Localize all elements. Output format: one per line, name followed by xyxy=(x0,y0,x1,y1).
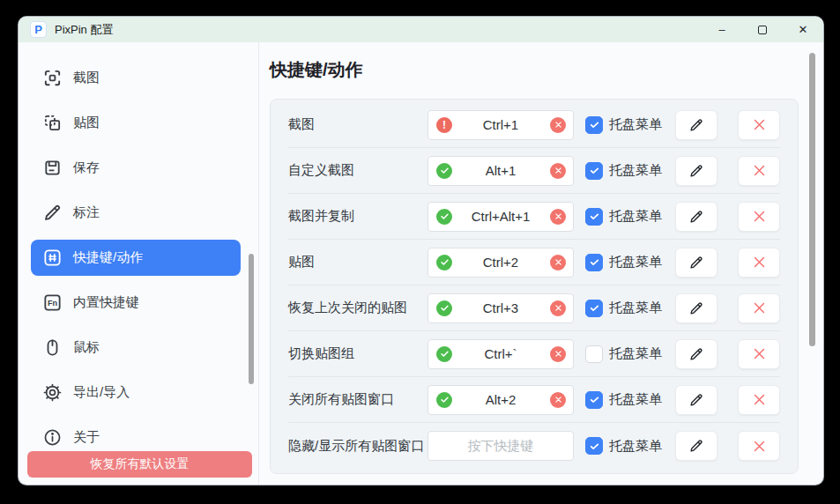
pixpin-logo: P xyxy=(30,21,47,38)
delete-hotkey-button[interactable] xyxy=(738,248,780,278)
sidebar: 截图 贴图 保存 标注 快捷键/动作 Fn 内置快捷键 鼠标 导出/导入 关于 … xyxy=(19,42,259,485)
hotkey-row: 贴图 Ctrl+2 托盘菜单 xyxy=(288,240,780,285)
tray-menu-checkbox[interactable] xyxy=(585,391,603,409)
hotkey-input[interactable]: Ctrl+2 xyxy=(427,248,574,278)
delete-hotkey-button[interactable] xyxy=(738,110,780,140)
delete-x-icon xyxy=(752,117,767,132)
action-label: 截图并复制 xyxy=(288,208,427,225)
hotkey-row: 自定义截图 Alt+1 托盘菜单 xyxy=(288,148,780,194)
sidebar-item-annotate[interactable]: 标注 xyxy=(31,195,241,231)
pencil-icon xyxy=(688,255,704,271)
edit-hotkey-button[interactable] xyxy=(675,385,717,415)
hotkey-input[interactable]: Alt+1 xyxy=(427,156,574,186)
delete-hotkey-button[interactable] xyxy=(738,293,780,323)
pencil-icon xyxy=(688,300,704,316)
tray-menu-option: 托盘菜单 xyxy=(585,345,666,363)
tray-menu-label: 托盘菜单 xyxy=(609,162,662,179)
hotkeys-panel: 截图 ! Ctrl+1 托盘菜单 自定义截图 Al xyxy=(270,99,799,474)
mouse-icon xyxy=(42,337,63,358)
tray-menu-checkbox[interactable] xyxy=(585,437,603,455)
sidebar-item-pin-image[interactable]: 贴图 xyxy=(31,105,241,141)
hotkey-value: Ctrl+3 xyxy=(483,300,518,315)
clear-hotkey-icon[interactable] xyxy=(550,346,566,362)
tray-menu-label: 托盘菜单 xyxy=(609,345,662,362)
delete-x-icon xyxy=(752,255,767,270)
action-label: 关闭所有贴图窗口 xyxy=(288,391,427,408)
hotkey-status-icon xyxy=(436,392,452,408)
gear-icon xyxy=(42,382,63,403)
hotkey-input[interactable]: Ctrl+Alt+1 xyxy=(427,202,574,232)
tray-menu-label: 托盘菜单 xyxy=(609,116,662,133)
delete-hotkey-button[interactable] xyxy=(738,339,780,369)
main-area: 快捷键/动作 截图 ! Ctrl+1 托盘菜单 自定义截图 xyxy=(259,42,823,485)
hotkey-status-icon xyxy=(436,255,452,271)
main-scrollbar-thumb[interactable] xyxy=(809,53,815,346)
pencil-icon xyxy=(688,438,704,454)
sidebar-item-about[interactable]: 关于 xyxy=(31,419,241,456)
sidebar-item-save[interactable]: 保存 xyxy=(31,150,241,186)
hotkey-value: Ctrl+1 xyxy=(483,117,518,132)
edit-hotkey-button[interactable] xyxy=(675,110,717,140)
pencil-icon xyxy=(688,392,704,408)
window-content: 截图 贴图 保存 标注 快捷键/动作 Fn 内置快捷键 鼠标 导出/导入 关于 … xyxy=(19,42,823,485)
pencil-icon xyxy=(688,117,704,133)
sidebar-item-hotkeys-actions[interactable]: 快捷键/动作 xyxy=(31,240,241,276)
tray-menu-checkbox[interactable] xyxy=(585,300,603,317)
tray-menu-label: 托盘菜单 xyxy=(609,208,662,225)
tray-menu-option: 托盘菜单 xyxy=(585,116,666,134)
minimize-button[interactable]: – xyxy=(702,17,742,42)
delete-x-icon xyxy=(752,209,767,224)
maximize-button[interactable] xyxy=(742,17,783,42)
hotkey-input[interactable]: Ctrl+3 xyxy=(427,293,574,323)
hotkey-input[interactable]: ! Ctrl+1 xyxy=(427,110,574,140)
tray-menu-checkbox[interactable] xyxy=(585,254,603,271)
action-label: 切换贴图组 xyxy=(288,345,427,362)
edit-hotkey-button[interactable] xyxy=(675,293,717,323)
tray-menu-option: 托盘菜单 xyxy=(585,162,666,180)
tray-menu-checkbox[interactable] xyxy=(585,345,603,363)
sidebar-item-screenshot[interactable]: 截图 xyxy=(31,60,241,96)
tray-menu-checkbox[interactable] xyxy=(585,208,603,226)
edit-hotkey-button[interactable] xyxy=(675,431,717,461)
pencil-icon xyxy=(688,346,704,362)
sidebar-scrollbar-thumb[interactable] xyxy=(249,254,254,384)
tray-menu-checkbox[interactable] xyxy=(585,162,603,180)
edit-hotkey-button[interactable] xyxy=(675,202,717,232)
page-title: 快捷键/动作 xyxy=(270,56,823,83)
edit-hotkey-button[interactable] xyxy=(675,156,717,186)
clear-hotkey-icon[interactable] xyxy=(550,117,566,133)
clear-hotkey-icon[interactable] xyxy=(550,255,566,271)
tray-menu-option: 托盘菜单 xyxy=(585,300,666,317)
sidebar-item-builtin-hotkeys[interactable]: Fn 内置快捷键 xyxy=(31,285,241,321)
svg-text:Fn: Fn xyxy=(48,299,57,308)
clear-hotkey-icon[interactable] xyxy=(550,163,566,179)
hash-key-icon xyxy=(42,248,63,268)
action-label: 截图 xyxy=(288,116,427,133)
tray-menu-label: 托盘菜单 xyxy=(609,438,662,455)
sidebar-item-mouse[interactable]: 鼠标 xyxy=(31,330,241,366)
screenshot-icon xyxy=(42,68,63,88)
tray-menu-label: 托盘菜单 xyxy=(609,391,662,408)
clear-hotkey-icon[interactable] xyxy=(550,392,566,408)
edit-hotkey-button[interactable] xyxy=(675,339,717,369)
clear-hotkey-icon[interactable] xyxy=(550,300,566,316)
hotkey-input[interactable]: Ctrl+` xyxy=(427,339,574,369)
sidebar-items: 截图 贴图 保存 标注 快捷键/动作 Fn 内置快捷键 鼠标 导出/导入 关于 xyxy=(19,60,258,456)
edit-hotkey-button[interactable] xyxy=(675,248,717,278)
delete-hotkey-button[interactable] xyxy=(738,202,780,232)
hotkey-value: 按下快捷键 xyxy=(468,438,534,455)
hotkey-input[interactable]: Alt+2 xyxy=(427,385,574,415)
delete-hotkey-button[interactable] xyxy=(738,156,780,186)
tray-menu-checkbox[interactable] xyxy=(585,116,603,134)
pencil-icon xyxy=(688,209,704,225)
close-button[interactable]: ✕ xyxy=(783,17,823,42)
delete-hotkey-button[interactable] xyxy=(738,431,780,461)
hotkey-value: Alt+1 xyxy=(486,163,517,178)
reset-defaults-button[interactable]: 恢复所有默认设置 xyxy=(27,451,252,478)
action-label: 自定义截图 xyxy=(288,162,427,179)
delete-hotkey-button[interactable] xyxy=(738,385,780,415)
sidebar-item-export-import[interactable]: 导出/导入 xyxy=(31,374,241,411)
clear-hotkey-icon[interactable] xyxy=(550,209,566,225)
hotkey-input[interactable]: 按下快捷键 xyxy=(427,431,574,461)
info-icon xyxy=(42,427,63,448)
